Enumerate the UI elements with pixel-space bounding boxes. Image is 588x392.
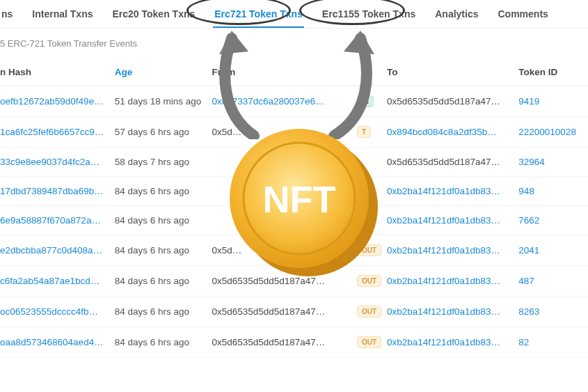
from-address[interactable]: 0x657337dc6a280037e6… <box>212 86 357 117</box>
direction-badge: OUT <box>357 244 381 256</box>
transfers-table: n Hash Age From To Token ID oefb12672ab5… <box>0 58 588 358</box>
direction-badge: OUT <box>357 275 381 287</box>
txn-age: 84 days 6 hrs ago <box>115 327 212 358</box>
table-header-row: n Hash Age From To Token ID <box>0 58 588 86</box>
table-row: 33c9e8ee9037d4fc2a…58 days 7 hrs ago0x5d… <box>0 148 588 177</box>
col-token-id: Token ID <box>518 58 588 86</box>
direction-cell <box>357 177 387 206</box>
token-id-link[interactable]: 487 <box>518 266 588 297</box>
tab-analytics[interactable]: Analytics <box>434 6 479 28</box>
table-row: oaa8d573468604aed4…84 days 6 hrs ago0x5d… <box>0 327 588 358</box>
tab-erc20[interactable]: Erc20 Token Txns <box>111 6 196 28</box>
to-address[interactable]: 0xb2ba14f121df0a1db83… <box>387 327 518 358</box>
transfer-count-label: 5 ERC-721 Token Transfer Events <box>0 29 588 58</box>
to-address[interactable]: 0xb2ba14f121df0a1db83… <box>387 297 518 327</box>
direction-badge: T <box>357 126 371 138</box>
txn-hash-link[interactable]: c6fa2ab54a87ae1bcd… <box>0 266 115 297</box>
txn-age: 84 days 6 hrs ago <box>115 177 212 206</box>
from-address <box>212 177 357 206</box>
direction-badge: IN <box>357 95 374 107</box>
col-hash: n Hash <box>0 58 115 86</box>
token-id-link[interactable]: 2041 <box>518 235 588 266</box>
to-address[interactable]: 0x894bcd084c8a2df35b… <box>387 117 518 148</box>
txn-age: 84 days 6 hrs ago <box>115 235 212 266</box>
tabs-bar: nsInternal TxnsErc20 Token TxnsErc721 To… <box>0 0 588 29</box>
txn-hash-link[interactable]: oaa8d573468604aed4… <box>0 327 115 358</box>
txn-hash-link[interactable]: oc06523555dcccc4fb… <box>0 297 115 327</box>
col-age[interactable]: Age <box>115 58 212 86</box>
table-row: e2dbcbba877c0d408a…84 days 6 hrs ago0x5d… <box>0 235 588 266</box>
col-to: To <box>387 58 518 86</box>
direction-cell: T <box>357 117 387 148</box>
table-row: 6e9a58887f670a872a…84 days 6 hrs ago0xb2… <box>0 206 588 235</box>
txn-age: 51 days 18 mins ago <box>115 86 212 117</box>
table-row: 17dbd7389487dba69b…84 days 6 hrs ago0xb2… <box>0 177 588 206</box>
direction-cell <box>357 206 387 235</box>
txn-hash-link[interactable]: oefb12672ab59d0f49e… <box>0 86 115 117</box>
from-address: 0x5d… <box>212 117 357 148</box>
txn-hash-link[interactable]: 17dbd7389487dba69b… <box>0 177 115 206</box>
token-id-link[interactable]: 22200010028 <box>518 117 588 148</box>
to-address[interactable]: 0xb2ba14f121df0a1db83… <box>387 206 518 235</box>
txn-age: 84 days 6 hrs ago <box>115 206 212 235</box>
direction-cell: OUT <box>357 297 387 327</box>
from-address: 0x5d… <box>212 235 357 266</box>
token-id-link[interactable]: 32964 <box>518 148 588 177</box>
tab-erc1155[interactable]: Erc1155 Token Txns <box>321 6 417 28</box>
col-from: From <box>212 58 357 86</box>
token-id-link[interactable]: 7662 <box>518 206 588 235</box>
tab-comments[interactable]: Comments <box>496 6 549 28</box>
txn-hash-link[interactable]: 33c9e8ee9037d4fc2a… <box>0 148 115 177</box>
table-row: c6fa2ab54a87ae1bcd…84 days 6 hrs ago0x5d… <box>0 266 588 297</box>
token-id-link[interactable]: 82 <box>518 327 588 358</box>
table-row: oc06523555dcccc4fb…84 days 6 hrs ago0x5d… <box>0 297 588 327</box>
from-address <box>212 206 357 235</box>
direction-cell: OUT <box>357 266 387 297</box>
table-body: oefb12672ab59d0f49e…51 days 18 mins ago0… <box>0 86 588 358</box>
table-row: 1ca6fc25fef6b6657cc9…57 days 6 hrs ago0x… <box>0 117 588 148</box>
from-address <box>212 148 357 177</box>
col-direction <box>357 58 387 86</box>
to-address[interactable]: 0xb2ba14f121df0a1db83… <box>387 177 518 206</box>
txn-age: 58 days 7 hrs ago <box>115 148 212 177</box>
token-id-link[interactable]: 8263 <box>518 297 588 327</box>
direction-cell: OUT <box>357 235 387 266</box>
direction-badge: OUT <box>357 306 381 317</box>
txn-hash-link[interactable]: 1ca6fc25fef6b6657cc9… <box>0 117 115 148</box>
tab-erc721[interactable]: Erc721 Token Txns <box>213 6 304 28</box>
to-address[interactable]: 0xb2ba14f121df0a1db83… <box>387 235 518 266</box>
txn-hash-link[interactable]: e2dbcbba877c0d408a… <box>0 235 115 266</box>
txn-age: 84 days 6 hrs ago <box>115 297 212 327</box>
direction-cell <box>357 148 387 177</box>
tab-txns[interactable]: ns <box>0 6 14 28</box>
to-address: 0x5d6535d5dd5d187a47… <box>387 86 518 117</box>
to-address: 0x5d6535d5dd5d187a47… <box>387 148 518 177</box>
direction-cell: IN <box>357 86 387 117</box>
table-row: oefb12672ab59d0f49e…51 days 18 mins ago0… <box>0 86 588 117</box>
txn-age: 57 days 6 hrs ago <box>115 117 212 148</box>
to-address[interactable]: 0xb2ba14f121df0a1db83… <box>387 266 518 297</box>
token-id-link[interactable]: 948 <box>518 177 588 206</box>
txn-hash-link[interactable]: 6e9a58887f670a872a… <box>0 206 115 235</box>
from-address: 0x5d6535d5dd5d187a47… <box>212 266 357 297</box>
tab-internal-txns[interactable]: Internal Txns <box>31 6 94 28</box>
direction-badge: OUT <box>357 336 381 348</box>
txn-age: 84 days 6 hrs ago <box>115 266 212 297</box>
token-id-link[interactable]: 9419 <box>518 86 588 117</box>
direction-cell: OUT <box>357 327 387 358</box>
from-address: 0x5d6535d5dd5d187a47… <box>212 327 357 358</box>
from-address: 0x5d6535d5dd5d187a47… <box>212 297 357 327</box>
